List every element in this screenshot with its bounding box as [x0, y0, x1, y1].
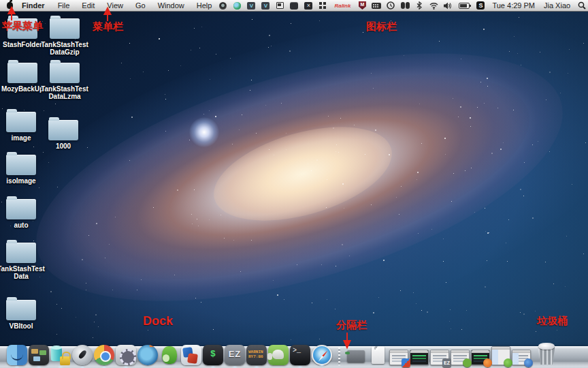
ralink-utility[interactable]: Ralink [332, 1, 353, 10]
trash-paper-shape [538, 343, 555, 350]
ez-badge-icon: EZ [442, 358, 451, 367]
desktop-folder-tankstashtestdata[interactable]: TankStashTestData [0, 243, 45, 280]
dock-ez-tool-icon[interactable]: EZ [225, 345, 245, 365]
battery-icon[interactable] [457, 1, 471, 10]
menu-window[interactable]: Window [152, 0, 191, 11]
dock-system-preferences-icon[interactable] [116, 345, 136, 365]
folder-label: isoImage [0, 177, 45, 185]
folder-icon [7, 63, 37, 83]
time-machine-icon[interactable] [386, 1, 395, 10]
padlock-shape [60, 356, 70, 365]
folder-label: TankStashTestDataGzip [41, 41, 88, 56]
volume-icon[interactable] [443, 1, 453, 10]
dock: $ EZ WARNIN RY7:B6 >_ EZ [0, 337, 588, 368]
globe-icon[interactable] [232, 1, 242, 10]
apple-logo-icon [7, 2, 13, 9]
grid-icon[interactable] [318, 1, 327, 10]
console-text-line1: WARNIN [248, 350, 267, 354]
binoculars-icon[interactable] [400, 1, 410, 10]
desktop-folder-vbitool[interactable]: VBItool [0, 300, 45, 330]
vm-icon-2[interactable]: V [261, 1, 270, 10]
minimized-finder-column-window[interactable] [491, 346, 510, 365]
desktop-folder-stashfolder[interactable]: StashFolder [0, 18, 46, 48]
minimized-terminal-window[interactable] [410, 350, 429, 365]
dock-downloads-folder-icon[interactable] [346, 345, 366, 365]
dock-trash-icon[interactable] [535, 343, 558, 365]
minimized-finder-list-window[interactable] [512, 350, 531, 365]
sync-badge-icon [402, 358, 410, 367]
menu-clock[interactable]: Tue 4:29 PM [490, 1, 537, 10]
folder-icon [7, 18, 37, 39]
vm-icon[interactable]: V [246, 1, 256, 10]
folder-label: 1000 [39, 142, 87, 150]
dock-console-monitor-icon[interactable]: WARNIN RY7:B6 [246, 345, 267, 365]
mcafee-shield-icon[interactable]: M [357, 1, 367, 10]
green-badge-icon [504, 358, 512, 367]
desktop-folder-image[interactable]: image [0, 112, 45, 142]
spotlight-icon[interactable] [577, 1, 587, 10]
menu-view[interactable]: View [101, 0, 129, 11]
menu-finder[interactable]: Finder [15, 0, 52, 11]
menu-edit[interactable]: Edit [76, 0, 101, 11]
minimized-sync-window[interactable] [389, 350, 408, 365]
dock-terminal-icon[interactable]: >_ [290, 345, 310, 365]
dock-separator [333, 346, 344, 365]
folder-icon [6, 300, 36, 320]
wifi-icon[interactable] [429, 1, 438, 10]
folder-label: auto [0, 221, 45, 229]
folder-label: StashFolder [0, 41, 46, 48]
status-icon-bar: V V × Ralink M S Tue 4:29 PM [218, 0, 587, 11]
desktop-folder-tankstashtestdatalzma[interactable]: TankStashTestDataLzma [41, 63, 88, 100]
minimized-evernote-window[interactable] [451, 350, 470, 365]
folder-icon [6, 243, 36, 263]
menu-go[interactable]: Go [129, 0, 152, 11]
folder-icon [6, 199, 36, 219]
desktop-folder-1000[interactable]: 1000 [39, 120, 87, 150]
desktop-folder-auto[interactable]: auto [0, 199, 45, 229]
folder-icon [50, 63, 80, 83]
windows-stack-icon[interactable] [275, 1, 284, 10]
folder-icon [6, 112, 36, 132]
folder-label: TankStashTestDataLzma [41, 85, 88, 100]
minimized-ez-window[interactable]: EZ [430, 350, 449, 365]
desktop-screen: Finder File Edit View Go Window Help V V… [0, 0, 588, 368]
dock-sync-tool-icon[interactable] [181, 345, 201, 365]
dock-firefox-icon[interactable] [137, 345, 158, 365]
desktop-folder-mozybackup[interactable]: MozyBackUp [0, 63, 46, 93]
desktop-folder-tankstashtestdatagzip[interactable]: TankStashTestDataGzip [41, 18, 88, 56]
evernote-badge-icon [463, 358, 472, 367]
dock-row: $ EZ WARNIN RY7:B6 >_ EZ [7, 343, 558, 365]
dock-launchpad-icon[interactable] [72, 345, 93, 365]
x-box-icon[interactable]: × [304, 1, 313, 10]
folder-label: MozyBackUp [0, 85, 46, 93]
menu-bar-left: Finder File Edit View Go Window Help [4, 0, 218, 11]
folder-label: image [0, 134, 45, 142]
folder-icon [48, 120, 78, 140]
dock-vuze-icon[interactable] [159, 345, 180, 365]
dock-mission-control-icon[interactable] [29, 345, 49, 365]
blue-badge-icon [524, 358, 533, 367]
apple-menu[interactable] [4, 0, 15, 11]
folder-icon [6, 155, 36, 175]
folder-label: VBItool [0, 322, 45, 330]
dock-disk-locker-icon[interactable] [50, 345, 71, 365]
menu-bar: Finder File Edit View Go Window Help V V… [0, 0, 588, 12]
keyboard-icon[interactable] [372, 1, 381, 10]
folder-icon [50, 18, 80, 39]
menu-user[interactable]: Jia Xiao [542, 1, 572, 10]
dock-documents-stack-icon[interactable] [368, 345, 388, 365]
bluetooth-icon[interactable] [414, 1, 424, 10]
webcam-icon[interactable] [218, 1, 227, 10]
dock-safari-icon[interactable] [312, 345, 332, 365]
console-text-line2: RY7:B6 [248, 354, 267, 359]
minimized-firefox-window[interactable] [471, 350, 490, 365]
dock-evernote-icon[interactable] [268, 345, 289, 365]
menu-help[interactable]: Help [191, 0, 218, 11]
menu-file[interactable]: File [52, 0, 76, 11]
desktop-folder-isoimage[interactable]: isoImage [0, 155, 45, 185]
dock-finder-icon[interactable] [7, 345, 27, 365]
grab-hand-icon[interactable] [289, 1, 299, 10]
parallels-icon[interactable]: S [476, 1, 485, 10]
dock-cash-terminal-icon[interactable]: $ [203, 345, 223, 365]
dock-chrome-icon[interactable] [94, 345, 114, 365]
